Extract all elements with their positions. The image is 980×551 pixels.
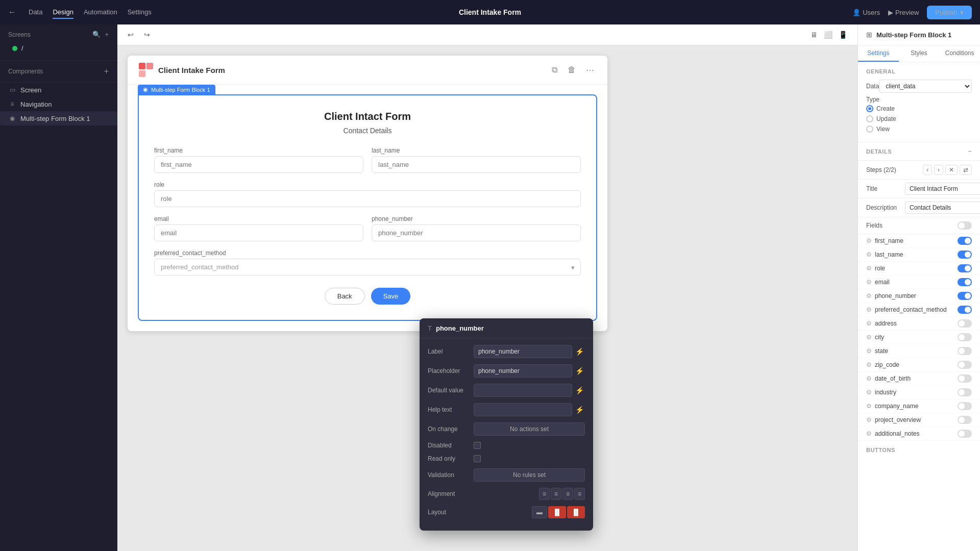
popup-default-bolt-icon[interactable]: ⚡ <box>574 386 585 394</box>
nav-data[interactable]: Data <box>29 6 42 19</box>
field-gear-role[interactable]: ⚙ <box>866 265 872 272</box>
tab-settings[interactable]: Settings <box>858 45 899 62</box>
description-input[interactable] <box>905 202 980 214</box>
field-gear-preferred_contact_method[interactable]: ⚙ <box>866 306 872 313</box>
add-component-button[interactable]: + <box>104 67 109 76</box>
field-toggle-additional_notes[interactable] <box>958 430 972 438</box>
type-update-radio[interactable]: Update <box>866 115 896 122</box>
field-gear-additional_notes[interactable]: ⚙ <box>866 430 872 437</box>
popup-default-input[interactable] <box>474 384 572 397</box>
field-gear-zip_code[interactable]: ⚙ <box>866 361 872 368</box>
field-toggle-date_of_birth[interactable] <box>958 374 972 383</box>
field-gear-project_overview[interactable]: ⚙ <box>866 416 872 423</box>
field-toggle-first_name[interactable] <box>958 237 972 245</box>
input-role[interactable] <box>154 190 581 207</box>
align-left-button[interactable]: ≡ <box>539 488 550 500</box>
layout-1col-button[interactable]: ▬ <box>532 506 547 518</box>
field-gear-state[interactable]: ⚙ <box>866 347 872 355</box>
field-gear-company_name[interactable]: ⚙ <box>866 403 872 410</box>
field-toggle-city[interactable] <box>958 333 972 341</box>
label-contact-method: preferred_contact_method <box>154 249 581 257</box>
field-toggle-state[interactable] <box>958 347 972 355</box>
popup-help-input[interactable] <box>474 403 572 416</box>
tab-styles[interactable]: Styles <box>899 45 940 62</box>
delete-button[interactable]: 🗑 <box>565 63 579 77</box>
more-button[interactable]: ⋯ <box>583 63 597 77</box>
align-right-button[interactable]: ≡ <box>562 488 573 500</box>
field-toggle-preferred_contact_method[interactable] <box>958 306 972 314</box>
screen-item-root[interactable]: / <box>8 42 109 54</box>
field-toggle-phone_number[interactable] <box>958 292 972 300</box>
input-phone[interactable] <box>372 224 581 241</box>
popup-readonly-checkbox[interactable] <box>474 455 481 462</box>
field-toggle-last_name[interactable] <box>958 251 972 259</box>
back-button[interactable]: ← <box>8 8 16 17</box>
nav-design[interactable]: Design <box>53 6 73 19</box>
nav-automation[interactable]: Automation <box>84 6 117 19</box>
field-gear-city[interactable]: ⚙ <box>866 334 872 341</box>
toggle-all-fields[interactable] <box>958 221 972 230</box>
add-screen-icon[interactable]: + <box>105 31 109 38</box>
nav-settings[interactable]: Settings <box>128 6 152 19</box>
popup-header: T phone_number <box>420 318 593 339</box>
popup-disabled-checkbox[interactable] <box>474 442 481 449</box>
field-gear-phone_number[interactable]: ⚙ <box>866 292 872 299</box>
type-create-radio[interactable]: Create <box>866 105 896 112</box>
tab-conditions[interactable]: Conditions <box>939 45 980 62</box>
popup-label-bolt-icon[interactable]: ⚡ <box>574 347 585 356</box>
type-view-radio[interactable]: View <box>866 126 896 133</box>
field-toggle-company_name[interactable] <box>958 402 972 410</box>
field-toggle-industry[interactable] <box>958 388 972 396</box>
field-toggle-address[interactable] <box>958 319 972 328</box>
popup-help-bolt-icon[interactable]: ⚡ <box>574 406 585 414</box>
input-first-name[interactable] <box>154 156 363 173</box>
popup-label-input[interactable] <box>474 345 572 358</box>
tablet-view-button[interactable]: ⬜ <box>822 29 835 41</box>
field-toggle-email[interactable] <box>958 278 972 286</box>
preview-button[interactable]: ▶ Preview <box>888 9 919 16</box>
data-select[interactable]: client_data <box>879 80 972 93</box>
desktop-view-button[interactable]: 🖥 <box>808 29 820 41</box>
input-last-name[interactable] <box>372 156 581 173</box>
steps-next-button[interactable]: › <box>934 165 943 175</box>
details-collapse-button[interactable]: − <box>968 147 972 155</box>
steps-share-button[interactable]: ⇄ <box>960 165 972 175</box>
align-center-button[interactable]: ≡ <box>551 488 561 500</box>
field-toggle-zip_code[interactable] <box>958 361 972 369</box>
field-gear-first_name[interactable]: ⚙ <box>866 237 872 244</box>
sidebar-item-multistep[interactable]: ◉ Multi-step Form Block 1 <box>0 111 117 126</box>
popup-placeholder-input[interactable] <box>474 364 572 378</box>
redo-button[interactable]: ↪ <box>142 29 152 41</box>
layout-2col-button[interactable]: ▐▌ <box>548 506 566 518</box>
no-actions-button[interactable]: No actions set <box>474 422 585 436</box>
mobile-view-button[interactable]: 📱 <box>837 29 849 41</box>
back-form-button[interactable]: Back <box>325 288 365 305</box>
field-item-left-company_name: ⚙ company_name <box>866 403 918 410</box>
field-gear-date_of_birth[interactable]: ⚙ <box>866 375 872 382</box>
popup-validation-value[interactable]: No rules set <box>474 468 585 482</box>
layout-3col-button[interactable]: ▐▌ <box>567 506 585 518</box>
publish-button[interactable]: Publish ▾ <box>927 6 972 19</box>
field-gear-email[interactable]: ⚙ <box>866 279 872 286</box>
popup-placeholder-bolt-icon[interactable]: ⚡ <box>574 367 585 375</box>
field-gear-last_name[interactable]: ⚙ <box>866 251 872 258</box>
field-toggle-project_overview[interactable] <box>958 416 972 424</box>
input-email[interactable] <box>154 224 363 241</box>
undo-button[interactable]: ↩ <box>126 29 136 41</box>
copy-button[interactable]: ⧉ <box>549 63 560 77</box>
search-icon[interactable]: 🔍 <box>92 31 101 38</box>
steps-close-button[interactable]: ✕ <box>945 165 958 175</box>
field-gear-industry[interactable]: ⚙ <box>866 389 872 396</box>
save-form-button[interactable]: Save <box>371 288 411 305</box>
steps-prev-button[interactable]: ‹ <box>923 165 932 175</box>
sidebar-item-navigation[interactable]: ≡ Navigation <box>0 97 117 111</box>
popup-onchange-input-wrapper: No actions set <box>474 422 585 436</box>
field-toggle-role[interactable] <box>958 264 972 272</box>
nav-links: Data Design Automation Settings <box>29 6 152 19</box>
align-justify-button[interactable]: ≡ <box>574 488 585 500</box>
select-contact-method[interactable]: preferred_contact_method <box>154 259 581 276</box>
title-input[interactable] <box>905 183 980 195</box>
users-button[interactable]: 👤 Users <box>852 9 880 16</box>
sidebar-item-screen[interactable]: ▭ Screen <box>0 83 117 97</box>
field-gear-address[interactable]: ⚙ <box>866 320 872 327</box>
